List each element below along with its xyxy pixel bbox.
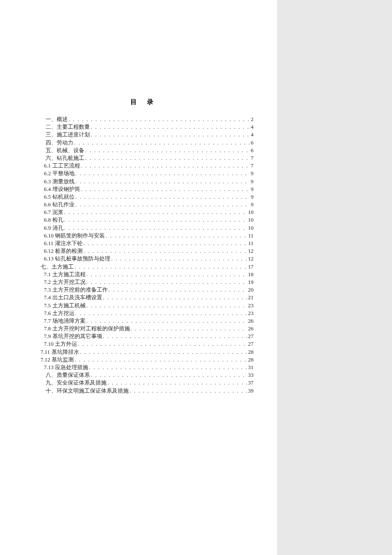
toc-entry: 7.5 土方施工机械. . . . . . . . . . . . . . . …	[40, 303, 254, 308]
toc-entry: 6.13 钻孔桩事故预防与处理. . . . . . . . . . . . .…	[40, 256, 254, 261]
toc-leader-dots: . . . . . . . . . . . . . . . . . . . . …	[91, 124, 250, 130]
toc-entry-page: 37	[248, 380, 254, 385]
toc-entry: 7.10 土方外运. . . . . . . . . . . . . . . .…	[40, 341, 254, 347]
toc-leader-dots: . . . . . . . . . . . . . . . . . . . . …	[86, 303, 248, 308]
toc-entry: 6.3 测量放线. . . . . . . . . . . . . . . . …	[40, 179, 254, 184]
toc-entry-page: 9	[251, 186, 254, 192]
toc-leader-dots: . . . . . . . . . . . . . . . . . . . . …	[84, 240, 248, 246]
toc-entry-page: 19	[248, 279, 254, 285]
toc-entry: 7.9 基坑开挖的其它事项. . . . . . . . . . . . . .…	[40, 333, 254, 339]
toc-leader-dots: . . . . . . . . . . . . . . . . . . . . …	[75, 202, 250, 207]
toc-entry: 7.4 出土口及洗车槽设置. . . . . . . . . . . . . .…	[40, 295, 254, 300]
toc-entry-label: 7.4 出土口及洗车槽设置	[44, 295, 102, 300]
toc-entry: 7.12 基坑监测. . . . . . . . . . . . . . . .…	[40, 357, 254, 362]
toc-entry: 6.7 泥浆. . . . . . . . . . . . . . . . . …	[40, 209, 254, 215]
toc-entry: 6.9 清孔. . . . . . . . . . . . . . . . . …	[40, 225, 254, 231]
toc-entry-label: 7.5 土方施工机械	[44, 303, 86, 308]
toc-entry-page: 12	[248, 248, 254, 254]
toc-entry: 一、概述. . . . . . . . . . . . . . . . . . …	[40, 116, 254, 122]
toc-leader-dots: . . . . . . . . . . . . . . . . . . . . …	[64, 225, 248, 231]
toc-entry: 五、机械、设备. . . . . . . . . . . . . . . . .…	[40, 147, 254, 153]
toc-leader-dots: . . . . . . . . . . . . . . . . . . . . …	[86, 318, 248, 324]
toc-leader-dots: . . . . . . . . . . . . . . . . . . . . …	[75, 264, 247, 269]
toc-leader-dots: . . . . . . . . . . . . . . . . . . . . …	[131, 326, 248, 331]
toc-entry-page: 20	[248, 287, 254, 292]
toc-entry-label: 6.4 埋设钢护筒	[44, 186, 80, 192]
toc-entry-page: 27	[248, 333, 254, 339]
toc-leader-dots: . . . . . . . . . . . . . . . . . . . . …	[91, 132, 250, 137]
toc-entry-page: 18	[248, 272, 254, 277]
toc-entry-label: 一、概述	[46, 116, 68, 122]
toc-entry-label: 十、环保文明施工保证体系及措施	[46, 388, 129, 393]
toc-entry: 二、主要工程数量. . . . . . . . . . . . . . . . …	[40, 124, 254, 130]
toc-leader-dots: . . . . . . . . . . . . . . . . . . . . …	[64, 209, 248, 215]
toc-entry-label: 五、机械、设备	[46, 147, 84, 153]
toc-entry-page: 9	[251, 194, 254, 199]
toc-leader-dots: . . . . . . . . . . . . . . . . . . . . …	[85, 147, 250, 153]
toc-entry-label: 6.1 工工艺流程	[44, 163, 80, 168]
toc-entry: 6.11 灌注水下砼. . . . . . . . . . . . . . . …	[40, 240, 254, 246]
toc-entry: 6.2 平整场地. . . . . . . . . . . . . . . . …	[40, 171, 254, 176]
toc-entry: 九、安全保证体系及措施. . . . . . . . . . . . . . .…	[40, 380, 254, 385]
toc-leader-dots: . . . . . . . . . . . . . . . . . . . . …	[69, 116, 250, 122]
toc-entry-label: 6.5 钻机就位	[44, 194, 75, 199]
toc-entry-page: 39	[248, 388, 254, 393]
toc-entry: 7.1 土方施工流程. . . . . . . . . . . . . . . …	[40, 272, 254, 277]
toc-entry-page: 28	[248, 357, 254, 362]
toc-entry: 六、钻孔桩施工. . . . . . . . . . . . . . . . .…	[40, 155, 254, 161]
toc-entry-page: 7	[251, 163, 254, 168]
toc-entry-page: 31	[248, 364, 254, 370]
toc-entry-page: 2	[251, 116, 254, 122]
toc-leader-dots: . . . . . . . . . . . . . . . . . . . . …	[81, 163, 250, 168]
toc-entry-label: 6.9 清孔	[44, 225, 63, 231]
toc-entry-label: 6.10 钢筋笼的制作与安装	[44, 233, 105, 238]
toc-entry-label: 7.7 场地清障方案	[44, 318, 86, 324]
toc-leader-dots: . . . . . . . . . . . . . . . . . . . . …	[75, 310, 248, 316]
toc-entry-label: 7.2 土方开挖工况	[44, 279, 86, 285]
toc-entry: 7.13 应急处理措施. . . . . . . . . . . . . . .…	[40, 364, 254, 370]
toc-entry-label: 八、质量保证体系	[46, 372, 90, 378]
toc-entry: 6.6 钻孔作业. . . . . . . . . . . . . . . . …	[40, 202, 254, 207]
toc-leader-dots: . . . . . . . . . . . . . . . . . . . . …	[89, 364, 247, 370]
toc-entry-page: 28	[248, 349, 254, 355]
toc-entry-label: 6.3 测量放线	[44, 179, 75, 184]
toc-entry-page: 12	[248, 256, 254, 261]
toc-entry-label: 四、劳动力	[46, 140, 73, 145]
toc-entry-label: 7.11 基坑降排水	[40, 349, 79, 355]
toc-entry-label: 7.10 土方外运	[44, 341, 77, 347]
toc-entry-label: 6.11 灌注水下砼	[44, 240, 83, 246]
toc-entry: 6.1 工工艺流程. . . . . . . . . . . . . . . .…	[40, 163, 254, 168]
toc-entry: 十、环保文明施工保证体系及措施. . . . . . . . . . . . .…	[40, 388, 254, 393]
toc-leader-dots: . . . . . . . . . . . . . . . . . . . . …	[80, 349, 247, 355]
toc-entry: 6.8 检孔. . . . . . . . . . . . . . . . . …	[40, 217, 254, 223]
toc-entry-page: 7	[251, 155, 254, 161]
toc-leader-dots: . . . . . . . . . . . . . . . . . . . . …	[109, 287, 248, 292]
toc-entry-page: 10	[248, 209, 254, 215]
toc-entry-label: 7.1 土方施工流程	[44, 272, 86, 277]
toc-entry: 7.6 土方挖运. . . . . . . . . . . . . . . . …	[40, 310, 254, 316]
toc-leader-dots: . . . . . . . . . . . . . . . . . . . . …	[81, 186, 250, 192]
toc-leader-dots: . . . . . . . . . . . . . . . . . . . . …	[78, 341, 247, 347]
toc-entry-label: 7.13 应急处理措施	[44, 364, 88, 370]
toc-list: 一、概述. . . . . . . . . . . . . . . . . . …	[40, 116, 254, 393]
toc-entry-page: 6	[251, 140, 254, 145]
toc-entry-label: 7.8 土方开挖时对工程桩的保护措施	[44, 326, 130, 331]
toc-entry-page: 26	[248, 326, 254, 331]
toc-leader-dots: . . . . . . . . . . . . . . . . . . . . …	[75, 179, 250, 184]
toc-entry-label: 6.12 桩基的检测	[44, 248, 83, 254]
toc-entry: 6.5 钻机就位. . . . . . . . . . . . . . . . …	[40, 194, 254, 199]
toc-leader-dots: . . . . . . . . . . . . . . . . . . . . …	[91, 372, 247, 378]
toc-entry-label: 7.6 土方挖运	[44, 310, 75, 316]
toc-entry-page: 11	[248, 240, 254, 246]
toc-entry-page: 4	[251, 132, 254, 137]
toc-leader-dots: . . . . . . . . . . . . . . . . . . . . …	[103, 333, 248, 339]
toc-entry-label: 6.7 泥浆	[44, 209, 63, 215]
toc-entry-page: 17	[248, 264, 254, 269]
toc-entry: 四、劳动力. . . . . . . . . . . . . . . . . .…	[40, 140, 254, 145]
toc-entry-label: 6.13 钻孔桩事故预防与处理	[44, 256, 110, 261]
toc-leader-dots: . . . . . . . . . . . . . . . . . . . . …	[74, 140, 250, 145]
toc-entry: 6.4 埋设钢护筒. . . . . . . . . . . . . . . .…	[40, 186, 254, 192]
toc-entry-page: 23	[248, 303, 254, 308]
toc-entry-page: 4	[251, 124, 254, 130]
toc-entry: 七、土方施工. . . . . . . . . . . . . . . . . …	[40, 264, 254, 269]
